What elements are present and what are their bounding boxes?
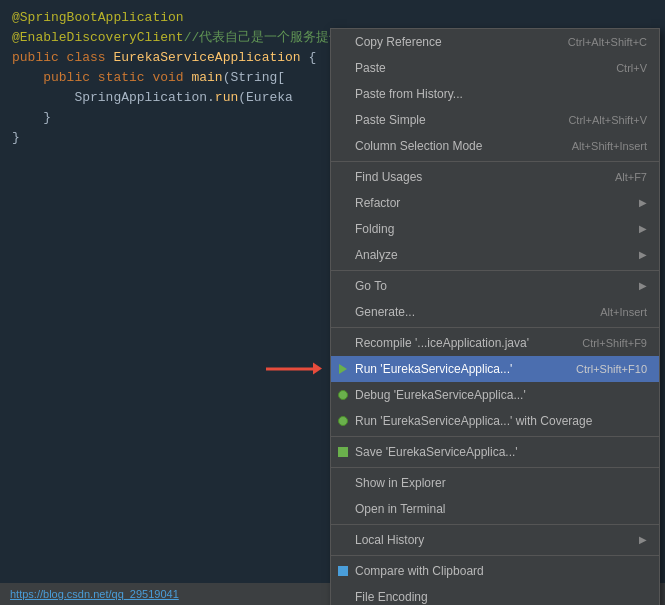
menu-item-paste-from-history[interactable]: Paste from History... xyxy=(331,81,659,107)
menu-item-column-selection[interactable]: Column Selection Mode Alt+Shift+Insert xyxy=(331,133,659,159)
code-line-1: @SpringBootApplication xyxy=(12,8,653,28)
menu-item-compare-clipboard[interactable]: Compare with Clipboard xyxy=(331,558,659,584)
save-icon xyxy=(336,445,350,459)
menu-item-refactor[interactable]: Refactor ▶ xyxy=(331,190,659,216)
menu-separator-1 xyxy=(331,161,659,162)
menu-item-run[interactable]: Run 'EurekaServiceApplica...' Ctrl+Shift… xyxy=(331,356,659,382)
menu-separator-4 xyxy=(331,436,659,437)
menu-separator-6 xyxy=(331,524,659,525)
menu-separator-2 xyxy=(331,270,659,271)
status-link[interactable]: https://blog.csdn.net/qq_29519041 xyxy=(10,588,179,600)
menu-item-analyze[interactable]: Analyze ▶ xyxy=(331,242,659,268)
menu-item-open-terminal[interactable]: Open in Terminal xyxy=(331,496,659,522)
menu-item-folding[interactable]: Folding ▶ xyxy=(331,216,659,242)
menu-item-find-usages[interactable]: Find Usages Alt+F7 xyxy=(331,164,659,190)
menu-item-recompile[interactable]: Recompile '...iceApplication.java' Ctrl+… xyxy=(331,330,659,356)
menu-item-file-encoding[interactable]: File Encoding xyxy=(331,584,659,605)
menu-item-paste[interactable]: Paste Ctrl+V xyxy=(331,55,659,81)
menu-item-paste-simple[interactable]: Paste Simple Ctrl+Alt+Shift+V xyxy=(331,107,659,133)
red-arrow-indicator xyxy=(266,368,314,371)
menu-separator-5 xyxy=(331,467,659,468)
coverage-icon xyxy=(336,414,350,428)
menu-item-show-explorer[interactable]: Show in Explorer xyxy=(331,470,659,496)
menu-item-save[interactable]: Save 'EurekaServiceApplica...' xyxy=(331,439,659,465)
compare-icon xyxy=(336,564,350,578)
menu-item-copy-reference[interactable]: Copy Reference Ctrl+Alt+Shift+C xyxy=(331,29,659,55)
menu-item-generate[interactable]: Generate... Alt+Insert xyxy=(331,299,659,325)
menu-item-go-to[interactable]: Go To ▶ xyxy=(331,273,659,299)
menu-item-local-history[interactable]: Local History ▶ xyxy=(331,527,659,553)
context-menu: Copy Reference Ctrl+Alt+Shift+C Paste Ct… xyxy=(330,28,660,605)
menu-item-run-coverage[interactable]: Run 'EurekaServiceApplica...' with Cover… xyxy=(331,408,659,434)
run-icon xyxy=(336,362,350,376)
menu-separator-7 xyxy=(331,555,659,556)
debug-icon xyxy=(336,388,350,402)
menu-item-debug[interactable]: Debug 'EurekaServiceApplica...' xyxy=(331,382,659,408)
menu-separator-3 xyxy=(331,327,659,328)
